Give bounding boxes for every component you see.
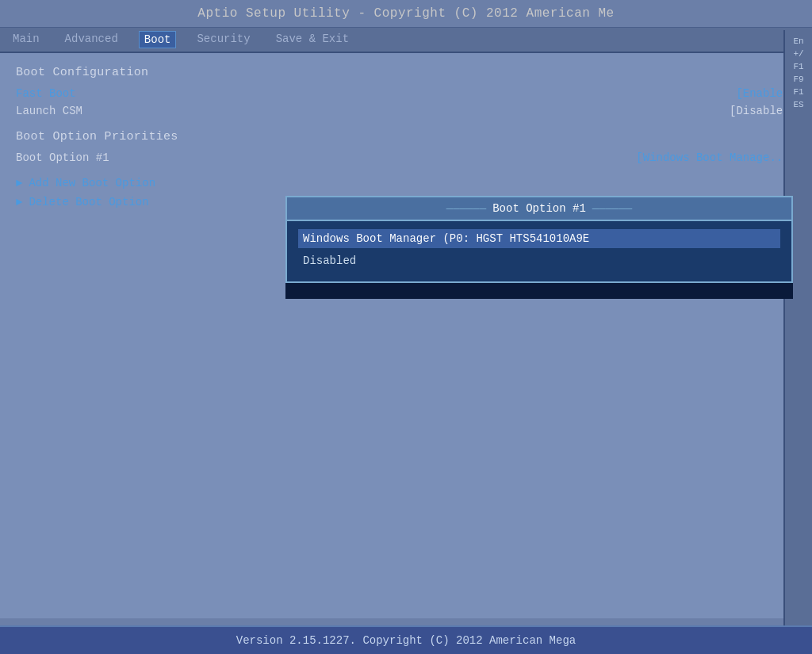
help-key-f10: F1 — [787, 87, 810, 97]
arrow-icon-1: ► — [16, 177, 22, 189]
fast-boot-label[interactable]: Fast Boot — [16, 87, 76, 100]
popup-footer — [285, 283, 793, 299]
menu-bar: Main Advanced Boot Security Save & Exit — [0, 28, 812, 53]
help-key-esc: ES — [787, 100, 810, 109]
boot-option-1-label[interactable]: Boot Option #1 — [16, 151, 109, 164]
boot-config-title: Boot Configuration — [16, 66, 796, 79]
help-panel: En +/ F1 F9 F1 ES — [783, 30, 812, 625]
menu-item-security[interactable]: Security — [192, 31, 255, 48]
menu-item-advanced[interactable]: Advanced — [60, 31, 123, 48]
help-key-f1: F1 — [787, 62, 810, 71]
left-panel: Boot Configuration Fast Boot [Enabled] L… — [0, 53, 812, 618]
arrow-icon-2: ► — [16, 196, 22, 208]
title-bar: Aptio Setup Utility - Copyright (C) 2012… — [0, 0, 812, 28]
popup-option-windows[interactable]: Windows Boot Manager (P0: HGST HTS541010… — [298, 229, 780, 248]
fast-boot-row: Fast Boot [Enabled] — [16, 87, 796, 100]
boot-option-1-row: Boot Option #1 [Windows Boot Manage...] — [16, 151, 796, 164]
bottom-bar-text: Version 2.15.1227. Copyright (C) 2012 Am… — [236, 634, 576, 647]
bottom-bar: Version 2.15.1227. Copyright (C) 2012 Am… — [0, 625, 812, 654]
launch-csm-row: Launch CSM [Disabled] — [16, 105, 796, 117]
add-new-boot-option[interactable]: ► Add New Boot Option — [16, 177, 796, 189]
menu-item-boot[interactable]: Boot — [139, 31, 177, 48]
add-new-boot-label: Add New Boot Option — [29, 177, 155, 189]
popup-title-bar: Boot Option #1 — [285, 196, 793, 220]
boot-priorities-section: Boot Option Priorities Boot Option #1 [W… — [16, 130, 796, 164]
help-key-en: En — [787, 36, 810, 46]
popup-option-disabled[interactable]: Disabled — [298, 251, 780, 270]
help-key-plus: +/ — [787, 49, 810, 59]
boot-config-section: Boot Configuration Fast Boot [Enabled] L… — [16, 66, 796, 117]
popup-dialog: Boot Option #1 Windows Boot Manager (P0:… — [285, 196, 793, 299]
menu-item-save-exit[interactable]: Save & Exit — [271, 31, 354, 48]
main-content: Boot Configuration Fast Boot [Enabled] L… — [0, 53, 812, 618]
popup-body: Windows Boot Manager (P0: HGST HTS541010… — [285, 220, 793, 283]
help-key-f9: F9 — [787, 75, 810, 84]
boot-priorities-title: Boot Option Priorities — [16, 130, 796, 143]
boot-option-1-value[interactable]: [Windows Boot Manage...] — [636, 151, 796, 164]
popup-title-text: Boot Option #1 — [492, 202, 586, 215]
menu-item-main[interactable]: Main — [8, 31, 44, 48]
launch-csm-label[interactable]: Launch CSM — [16, 105, 82, 117]
delete-boot-label: Delete Boot Option — [29, 196, 148, 208]
title-text: Aptio Setup Utility - Copyright (C) 2012… — [197, 6, 614, 21]
